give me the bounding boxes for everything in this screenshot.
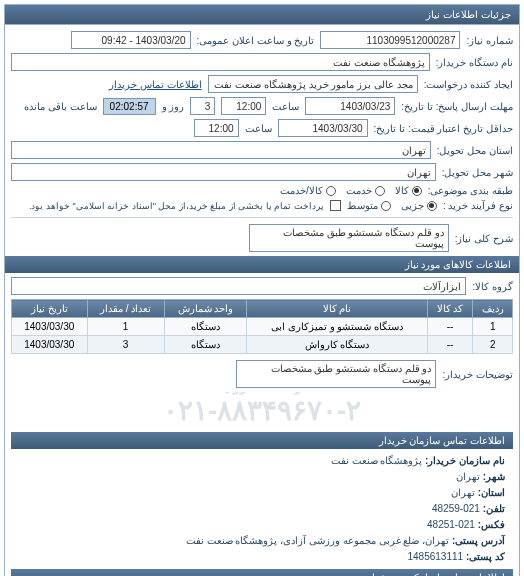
countdown-timer: 02:02:57 <box>103 98 156 115</box>
panel-title: جزئیات اطلاعات نیاز <box>5 5 519 25</box>
radio-motavaset-label: متوسط <box>347 200 378 211</box>
cell-code: -- <box>427 318 473 336</box>
radio-kala-khadamat[interactable]: کالا/خدمت <box>280 185 336 196</box>
th-qty: تعداد / مقدار <box>87 300 164 318</box>
cell-code: -- <box>427 336 473 354</box>
requester-label: ایجاد کننده درخواست: <box>424 79 513 90</box>
req-contact-header: اطلاعات تماس ایجاد کننده درخواست <box>11 569 513 576</box>
province-label: استان محل تحویل: <box>437 145 513 156</box>
cell-name: دستگاه کارواش <box>247 336 427 354</box>
validity-time: 12:00 <box>194 119 239 137</box>
reply-deadline-time: 12:00 <box>221 97 266 115</box>
cell-qty: 3 <box>87 336 164 354</box>
request-number-label: شماره نیاز: <box>466 35 513 46</box>
countdown-suffix: ساعت باقی مانده <box>24 101 97 112</box>
postal-code-label: کد پستی: <box>466 551 505 562</box>
fax-label: فکس: <box>478 519 505 530</box>
buy-process-label: نوع فرآیند خرید : <box>443 200 513 211</box>
radio-joze[interactable]: جزیی <box>401 200 437 211</box>
cell-unit: دستگاه <box>164 318 247 336</box>
cell-name: دستگاه شستشو و تمیزکاری ابی <box>247 318 427 336</box>
postal-addr-label: آدرس پستی: <box>452 535 505 546</box>
announce-label: تاریخ و ساعت اعلان عمومی: <box>197 35 315 46</box>
th-name: نام کالا <box>247 300 427 318</box>
postal-code: 1485613111 <box>407 551 463 562</box>
contact-body: نام سازمان خریدار: پژوهشگاه صنعت نفت شهر… <box>11 449 513 569</box>
reply-deadline-date: 1403/03/23 <box>305 97 395 115</box>
postal-addr: تهران، ضلع غربی مجموعه ورزشی آزادی، پژوه… <box>186 535 449 546</box>
phone: 021-48259 <box>432 503 480 514</box>
watermark-top: سامانه تدارکات الکترونیک <box>163 392 362 394</box>
cell-unit: دستگاه <box>164 336 247 354</box>
reply-deadline-label: مهلت ارسال پاسخ: تا تاریخ: <box>401 101 513 112</box>
radio-kala-khadamat-label: کالا/خدمت <box>280 185 323 196</box>
validity-label: حداقل تاریخ اعتبار قیمت: تا تاریخ: <box>374 123 513 134</box>
watermark: سامانه تدارکات الکترونیک ‭۰۲۱-۸۸۳۴۹۶۷۰-۲… <box>163 392 362 427</box>
panel-body: شماره نیاز: 1103099512000287 تاریخ و ساع… <box>5 25 519 576</box>
radio-dot-icon <box>412 186 422 196</box>
time-label-2: ساعت <box>245 123 272 134</box>
radio-kala[interactable]: کالا <box>395 185 422 196</box>
time-label-1: ساعت <box>272 101 299 112</box>
radio-khadamat[interactable]: خدمت <box>346 185 385 196</box>
radio-joze-label: جزیی <box>401 200 424 211</box>
org-city-label: شهر: <box>483 471 505 482</box>
city-label: شهر محل تحویل: <box>442 167 513 178</box>
city-field: تهران <box>11 163 436 181</box>
buyer-notes-field: دو قلم دستگاه شستشو طبق مشخصات پیوست <box>236 360 436 388</box>
buyer-notes-label: توضیحات خریدار: <box>442 369 513 380</box>
watermark-bottom: ‭۰۲۱-۸۸۳۴۹۶۷۰-۲‬ <box>163 394 362 427</box>
buyer-unit-label: نام دستگاه خریدار: <box>436 57 513 68</box>
cell-qty: 1 <box>87 318 164 336</box>
group-field: ابزارآلات <box>11 277 466 295</box>
radio-kala-label: کالا <box>395 185 409 196</box>
radio-khadamat-label: خدمت <box>346 185 372 196</box>
need-title-label: شرح کلی نیاز: <box>455 233 513 244</box>
org-name: پژوهشگاه صنعت نفت <box>331 455 423 466</box>
radio-dot-icon <box>381 201 391 211</box>
details-panel: جزئیات اطلاعات نیاز شماره نیاز: 11030995… <box>4 4 520 576</box>
buyer-unit-field: پژوهشگاه صنعت نفت <box>11 53 430 71</box>
org-province-label: استان: <box>478 487 505 498</box>
requester-field: مجد عالی برز مامور خرید پژوهشگاه صنعت نف… <box>208 75 418 93</box>
group-label: گروه کالا: <box>472 281 513 292</box>
subject-classify-label: طبقه بندی موضوعی: <box>428 185 513 196</box>
fax: 021-48251 <box>427 519 475 530</box>
process-radio-group: جزیی متوسط <box>347 200 437 211</box>
days-label: روز و <box>162 101 185 112</box>
radio-dot-icon <box>326 186 336 196</box>
request-number-field: 1103099512000287 <box>320 31 460 49</box>
treasury-checkbox[interactable] <box>330 200 341 211</box>
items-section-header: اطلاعات کالاهای مورد نیاز <box>5 256 519 273</box>
cell-row: 2 <box>473 336 513 354</box>
cell-date: 1403/03/30 <box>12 336 88 354</box>
buy-note: پرداخت تمام یا بخشی از مبلغ خرید،از محل … <box>29 201 324 211</box>
radio-motavaset[interactable]: متوسط <box>347 200 391 211</box>
radio-dot-icon <box>375 186 385 196</box>
org-name-label: نام سازمان خریدار: <box>425 455 505 466</box>
th-code: کد کالا <box>427 300 473 318</box>
th-row: ردیف <box>473 300 513 318</box>
th-unit: واحد شمارش <box>164 300 247 318</box>
org-city: تهران <box>456 471 480 482</box>
table-header-row: ردیف کد کالا نام کالا واحد شمارش تعداد /… <box>12 300 513 318</box>
table-row: 2 -- دستگاه کارواش دستگاه 3 1403/03/30 <box>12 336 513 354</box>
days-remaining: 3 <box>190 97 215 115</box>
contact-header: اطلاعات تماس سازمان خریدار <box>11 432 513 449</box>
th-date: تاریخ نیاز <box>12 300 88 318</box>
radio-dot-icon <box>427 201 437 211</box>
items-table: ردیف کد کالا نام کالا واحد شمارش تعداد /… <box>11 299 513 354</box>
need-title-field: دو قلم دستگاه شستشو طبق مشخصات پیوست <box>249 224 449 252</box>
phone-label: تلفن: <box>483 503 505 514</box>
announce-field: 1403/03/20 - 09:42 <box>71 31 191 49</box>
cell-row: 1 <box>473 318 513 336</box>
table-row: 1 -- دستگاه شستشو و تمیزکاری ابی دستگاه … <box>12 318 513 336</box>
org-province: تهران <box>451 487 475 498</box>
validity-date: 1403/03/30 <box>278 119 368 137</box>
cell-date: 1403/03/30 <box>12 318 88 336</box>
province-field: تهران <box>11 141 431 159</box>
subject-radio-group: کالا خدمت کالا/خدمت <box>280 185 422 196</box>
buyer-contact-link[interactable]: اطلاعات تماس خریدار <box>109 79 202 90</box>
